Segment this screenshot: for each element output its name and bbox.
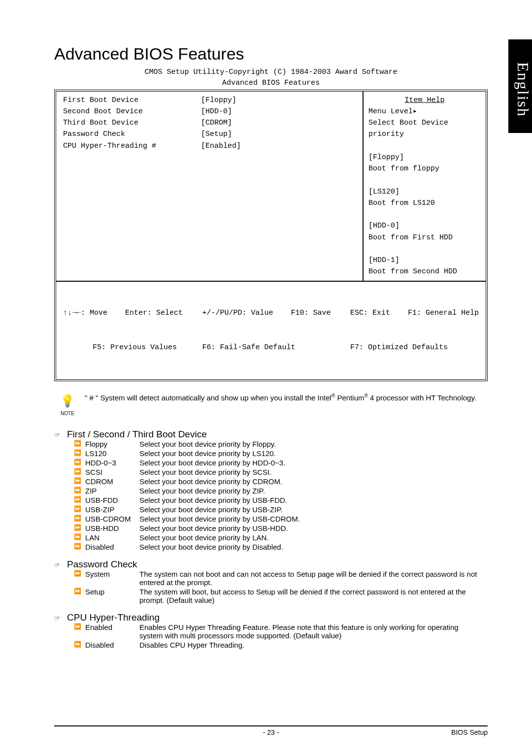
note-icon-label: NOTE (54, 410, 81, 417)
option-name: ZIP (85, 487, 139, 496)
option-name: USB-HDD (85, 524, 139, 533)
option-description: Select your boot device priority by Flop… (139, 440, 304, 449)
note-text: " # " System will detect automatically a… (85, 392, 476, 404)
option-name: System (85, 570, 139, 588)
bios-setting-label[interactable]: Second Boot Device (63, 106, 201, 117)
option-bullet-icon: ⏩ (74, 496, 85, 505)
option-row: ⏩SCSISelect your boot device priority by… (74, 468, 304, 477)
bios-setting-value[interactable]: [Enabled] (201, 140, 241, 152)
option-bullet-icon: ⏩ (74, 533, 85, 543)
option-name: Disabled (85, 641, 139, 650)
option-name: USB-ZIP (85, 505, 139, 515)
option-bullet-icon: ⏩ (74, 515, 85, 524)
help-line: Boot from LS120 (368, 197, 481, 209)
option-description: Disables CPU Hyper Threading. (139, 641, 488, 650)
option-row: ⏩USB-CDROMSelect your boot device priori… (74, 515, 304, 524)
footer-right: BIOS Setup (451, 728, 488, 736)
keys-row1-left: ↑↓→←: Move Enter: Select (63, 307, 183, 319)
section-bullet-icon: ☞ (54, 559, 67, 569)
option-row: ⏩EnabledEnables CPU Hyper Threading Feat… (74, 623, 488, 641)
note-text-c: 4 processor with HT Technology. (368, 394, 476, 402)
option-bullet-icon: ⏩ (74, 440, 85, 449)
help-line: [Floppy] (368, 152, 481, 163)
help-line: [HDD-0] (368, 220, 481, 231)
bios-setting-label[interactable]: CPU Hyper-Threading # (63, 140, 201, 152)
option-bullet-icon: ⏩ (74, 524, 85, 533)
help-line: Select Boot Device (368, 117, 481, 129)
option-row: ⏩ZIPSelect your boot device priority by … (74, 487, 304, 496)
bios-setting-value[interactable]: [HDD-0] (201, 106, 241, 117)
option-bullet-icon: ⏩ (74, 459, 85, 468)
help-line: Boot from First HDD (368, 232, 481, 243)
bios-setting-value[interactable]: [Setup] (201, 129, 241, 140)
bios-setting-value[interactable]: [Floppy] (201, 95, 241, 106)
page-title: Advanced BIOS Features (54, 44, 488, 64)
bios-setting-label[interactable]: Password Check (63, 129, 201, 140)
help-line: Menu Level▸ (368, 106, 481, 117)
option-description: Select your boot device priority by USB-… (139, 515, 304, 524)
page-content: Advanced BIOS Features CMOS Setup Utilit… (0, 0, 532, 675)
option-row: ⏩USB-ZIPSelect your boot device priority… (74, 505, 304, 515)
option-name: Setup (85, 588, 139, 605)
option-bullet-icon: ⏩ (74, 477, 85, 487)
bios-setting-value[interactable]: [CDROM] (201, 117, 241, 129)
option-bullet-icon: ⏩ (74, 543, 85, 552)
option-name: Enabled (85, 623, 139, 641)
language-tab: English (508, 39, 532, 133)
option-description: Enables CPU Hyper Threading Feature. Ple… (139, 623, 488, 641)
bios-screen: First Boot DeviceSecond Boot DeviceThird… (54, 90, 488, 381)
section-title: First / Second / Third Boot Device (67, 429, 207, 440)
option-row: ⏩CDROMSelect your boot device priority b… (74, 477, 304, 487)
option-description: Select your boot device priority by ZIP. (139, 487, 304, 496)
option-description: The system can not boot and can not acce… (139, 570, 488, 588)
section-bullet-icon: ☞ (54, 612, 67, 622)
option-description: The system will boot, but access to Setu… (139, 588, 488, 605)
option-bullet-icon: ⏩ (74, 449, 85, 459)
bios-setting-label[interactable]: Third Boot Device (63, 117, 201, 129)
option-bullet-icon: ⏩ (74, 487, 85, 496)
option-bullet-icon: ⏩ (74, 641, 85, 650)
option-name: USB-CDROM (85, 515, 139, 524)
option-description: Select your boot device priority by CDRO… (139, 477, 304, 487)
option-description: Select your boot device priority by SCSI… (139, 468, 304, 477)
help-line (368, 243, 481, 255)
option-bullet-icon: ⏩ (74, 570, 85, 588)
keys-row2-left: F5: Previous Values (63, 342, 183, 353)
option-description: Select your boot device priority by LAN. (139, 533, 304, 543)
option-row: ⏩DisabledDisables CPU Hyper Threading. (74, 641, 488, 650)
help-line (368, 174, 481, 186)
keys-row1-mid: +/-/PU/PD: Value F10: Save (202, 307, 331, 319)
section-title: CPU Hyper-Threading (67, 612, 160, 623)
note-text-b: Pentium (335, 394, 364, 402)
help-line: [HDD-1] (368, 255, 481, 266)
keys-row2-right: F7: Optimized Defaults (350, 342, 479, 353)
help-line (368, 209, 481, 220)
bios-setting-label[interactable]: First Boot Device (63, 95, 201, 106)
option-description: Select your boot device priority by USB-… (139, 524, 304, 533)
option-row: ⏩FloppySelect your boot device priority … (74, 440, 304, 449)
option-row: ⏩LS120Select your boot device priority b… (74, 449, 304, 459)
option-bullet-icon: ⏩ (74, 588, 85, 605)
option-description: Select your boot device priority by HDD-… (139, 459, 304, 468)
option-description: Select your boot device priority by Disa… (139, 543, 304, 552)
option-row: ⏩USB-FDDSelect your boot device priority… (74, 496, 304, 505)
option-bullet-icon: ⏩ (74, 468, 85, 477)
option-name: USB-FDD (85, 496, 139, 505)
note-text-a: " # " System will detect automatically a… (85, 394, 332, 402)
option-description: Select your boot device priority by USB-… (139, 505, 304, 515)
item-help-title: Item Help (368, 95, 481, 106)
bios-header-line2: Advanced BIOS Features (54, 78, 488, 88)
option-row: ⏩HDD-0~3Select your boot device priority… (74, 459, 304, 468)
page-footer: - 23 - BIOS Setup (54, 725, 488, 736)
keys-row2-mid: F6: Fail-Safe Default (202, 342, 331, 353)
option-row: ⏩USB-HDDSelect your boot device priority… (74, 524, 304, 533)
option-name: LS120 (85, 449, 139, 459)
bios-header-line1: CMOS Setup Utility-Copyright (C) 1984-20… (54, 67, 488, 77)
option-bullet-icon: ⏩ (74, 623, 85, 641)
help-line (368, 140, 481, 152)
option-row: ⏩LANSelect your boot device priority by … (74, 533, 304, 543)
option-name: Floppy (85, 440, 139, 449)
option-row: ⏩SystemThe system can not boot and can n… (74, 570, 488, 588)
option-description: Select your boot device priority by LS12… (139, 449, 304, 459)
help-line: priority (368, 129, 481, 140)
